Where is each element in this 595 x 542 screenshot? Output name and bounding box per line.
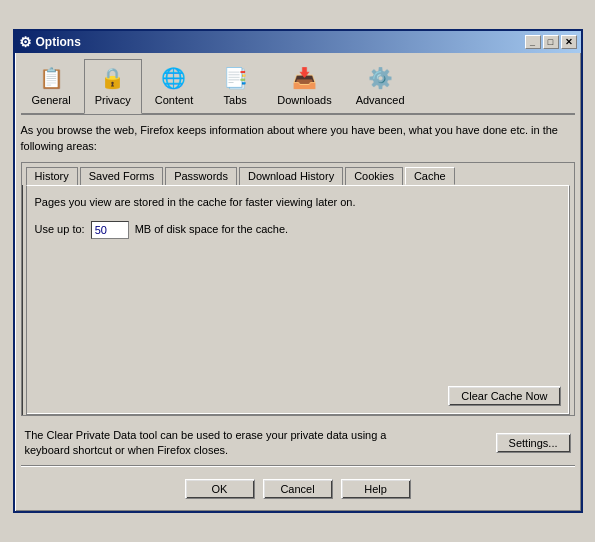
maximize-button[interactable]: □ <box>543 35 559 49</box>
toolbar-label-general: General <box>32 94 71 106</box>
title-bar-text: ⚙ Options <box>19 34 81 50</box>
toolbar-label-privacy: Privacy <box>95 94 131 106</box>
private-data-text: The Clear Private Data tool can be used … <box>25 428 405 459</box>
advanced-icon <box>364 64 396 92</box>
cache-content: Pages you view are stored in the cache f… <box>35 194 561 239</box>
toolbar-item-content[interactable]: Content <box>144 59 205 113</box>
tab-cookies[interactable]: Cookies <box>345 167 403 185</box>
settings-button[interactable]: Settings... <box>496 433 571 453</box>
toolbar: General Privacy Content Tabs Downloads A… <box>21 59 575 115</box>
toolbar-item-general[interactable]: General <box>21 59 82 113</box>
tab-passwords[interactable]: Passwords <box>165 167 237 185</box>
toolbar-label-advanced: Advanced <box>356 94 405 106</box>
window-title: Options <box>36 35 81 49</box>
minimize-button[interactable]: _ <box>525 35 541 49</box>
window-icon: ⚙ <box>19 34 32 50</box>
toolbar-item-advanced[interactable]: Advanced <box>345 59 416 113</box>
clear-cache-button[interactable]: Clear Cache Now <box>448 386 560 406</box>
help-button[interactable]: Help <box>341 479 411 499</box>
ok-button[interactable]: OK <box>185 479 255 499</box>
content-icon <box>158 64 190 92</box>
separator <box>21 465 575 467</box>
privacy-description: As you browse the web, Firefox keeps inf… <box>21 123 575 154</box>
toolbar-label-tabs: Tabs <box>224 94 247 106</box>
clear-cache-button-container: Clear Cache Now <box>448 386 560 406</box>
general-icon <box>35 64 67 92</box>
private-data-section: The Clear Private Data tool can be used … <box>21 422 575 465</box>
cancel-button[interactable]: Cancel <box>263 479 333 499</box>
tab-saved-forms[interactable]: Saved Forms <box>80 167 163 185</box>
dialog-buttons: OK Cancel Help <box>21 471 575 505</box>
sub-tabs-panel: History Saved Forms Passwords Download H… <box>21 162 575 416</box>
toolbar-label-content: Content <box>155 94 194 106</box>
tabs-icon <box>219 64 251 92</box>
toolbar-item-privacy[interactable]: Privacy <box>84 59 142 114</box>
title-bar-buttons: _ □ ✕ <box>525 35 577 49</box>
cache-tab-content: Pages you view are stored in the cache f… <box>26 185 570 415</box>
options-dialog: ⚙ Options _ □ ✕ General Privacy Content <box>13 29 583 513</box>
downloads-icon <box>288 64 320 92</box>
title-bar: ⚙ Options _ □ ✕ <box>15 31 581 53</box>
window-body: General Privacy Content Tabs Downloads A… <box>15 53 581 511</box>
sub-tabs: History Saved Forms Passwords Download H… <box>22 163 574 185</box>
privacy-icon <box>97 64 129 92</box>
use-up-to-label: Use up to: <box>35 221 85 238</box>
tab-cache[interactable]: Cache <box>405 167 455 185</box>
use-up-to-row: Use up to: MB of disk space for the cach… <box>35 221 561 239</box>
toolbar-label-downloads: Downloads <box>277 94 331 106</box>
toolbar-item-tabs[interactable]: Tabs <box>206 59 264 113</box>
cache-description: Pages you view are stored in the cache f… <box>35 194 561 211</box>
cache-unit-label: MB of disk space for the cache. <box>135 221 288 238</box>
cache-size-input[interactable] <box>91 221 129 239</box>
tab-download-history[interactable]: Download History <box>239 167 343 185</box>
tab-history[interactable]: History <box>26 167 78 185</box>
close-button[interactable]: ✕ <box>561 35 577 49</box>
toolbar-item-downloads[interactable]: Downloads <box>266 59 342 113</box>
